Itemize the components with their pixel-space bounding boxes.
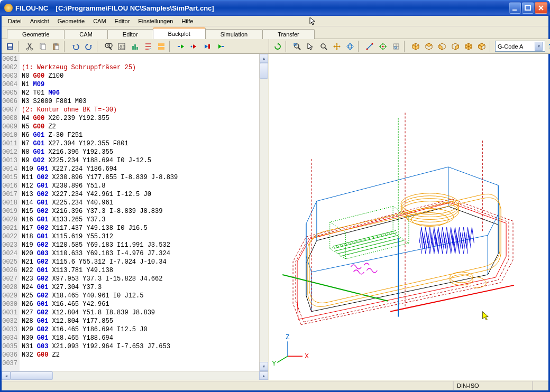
grid-button[interactable]: G: [390, 41, 402, 52]
code-pane: 0001 0002 0003 0004 0005 0006 0007 0008 …: [2, 54, 269, 380]
view-iso-button[interactable]: [409, 41, 421, 52]
view-front-button[interactable]: [436, 41, 448, 52]
scroll-thumb[interactable]: [260, 63, 268, 79]
titlebar[interactable]: FILOU-NC [C:\Programme\FILOU NC\Samples\…: [0, 0, 550, 16]
svg-point-29: [347, 45, 353, 48]
svg-rect-21: [158, 47, 164, 50]
undo-button[interactable]: [69, 41, 81, 52]
minimize-button[interactable]: [509, 2, 521, 14]
svg-text:X: X: [305, 352, 309, 360]
svg-point-32: [366, 48, 368, 50]
menu-cam[interactable]: CAM: [89, 17, 110, 25]
run-end-button[interactable]: [214, 41, 226, 52]
copy-button[interactable]: [36, 41, 49, 52]
tab-geometrie[interactable]: Geometrie: [7, 29, 65, 39]
paste-button[interactable]: [50, 41, 62, 52]
hscroll-thumb[interactable]: [11, 371, 53, 380]
svg-rect-23: [208, 44, 210, 49]
backplot-viewport[interactable]: X Y Z: [269, 54, 548, 380]
menu-einstellungen[interactable]: Einstellungen: [134, 17, 177, 25]
svg-text:Y: Y: [272, 360, 276, 367]
svg-point-5: [26, 48, 29, 50]
svg-point-35: [382, 45, 383, 47]
svg-line-52: [338, 238, 401, 254]
zoom-extents-button[interactable]: [291, 41, 303, 52]
window-title: FILOU-NC [C:\Programme\FILOU NC\Samples\…: [15, 4, 214, 12]
backplot-canvas[interactable]: X Y Z: [269, 54, 548, 380]
redo-button[interactable]: [82, 41, 95, 52]
svg-rect-3: [8, 44, 12, 46]
svg-rect-1: [525, 5, 530, 10]
origin-button[interactable]: [377, 41, 389, 52]
tab-editor[interactable]: Editor: [107, 29, 153, 39]
gcode-combo[interactable]: G-Code A ▾: [495, 41, 545, 52]
tab-simulation[interactable]: Simulation: [205, 29, 263, 39]
svg-rect-4: [8, 48, 12, 49]
vertical-scrollbar[interactable]: ▴ ▾: [259, 54, 268, 371]
menubar: Datei Ansicht Geometrie CAM Editor Einst…: [2, 16, 548, 26]
save-button[interactable]: [4, 41, 16, 52]
backplot-toolbar: G G-Code A ▾ ?F1: [269, 39, 550, 54]
editor-toolbar: ab: [2, 39, 269, 54]
scroll-left-button[interactable]: ◂: [2, 371, 11, 380]
rotate-button[interactable]: [344, 41, 356, 52]
svg-text:ab: ab: [120, 44, 126, 50]
maximize-button[interactable]: [522, 2, 534, 14]
tab-backplot[interactable]: Backplot: [153, 27, 206, 39]
find-button[interactable]: [102, 41, 114, 52]
close-button[interactable]: [535, 2, 547, 14]
menu-geometrie[interactable]: Geometrie: [53, 17, 89, 25]
svg-rect-11: [55, 45, 59, 50]
chevron-down-icon: ▾: [535, 42, 543, 51]
view-top-button[interactable]: [423, 41, 435, 52]
menu-ansicht[interactable]: Ansicht: [26, 17, 53, 25]
scroll-down-button[interactable]: ▾: [260, 362, 268, 371]
svg-point-30: [349, 43, 352, 50]
code-editor[interactable]: (1: Werkzeug Schruppfräser 25) N0 G00 Z1…: [20, 54, 259, 371]
svg-point-57: [401, 199, 459, 220]
measure-button[interactable]: [363, 41, 375, 52]
gcode-combo-value: G-Code A: [498, 43, 523, 50]
view-left-button[interactable]: [462, 41, 474, 52]
tab-transfer[interactable]: Transfer: [262, 29, 315, 39]
status-postprocessor: DIN-ISO: [453, 381, 533, 390]
zoom-window-button[interactable]: [317, 41, 329, 52]
svg-point-14: [108, 43, 112, 48]
svg-line-28: [325, 48, 327, 50]
svg-line-64: [390, 285, 514, 312]
goto-button[interactable]: [129, 41, 141, 52]
run-step-button[interactable]: [188, 41, 200, 52]
scroll-right-button[interactable]: ▸: [259, 371, 268, 380]
svg-point-33: [371, 43, 373, 44]
pan-button[interactable]: [331, 41, 343, 52]
format-button[interactable]: [155, 41, 167, 52]
horizontal-scrollbar[interactable]: ◂ ▸: [2, 371, 268, 380]
svg-rect-0: [512, 10, 517, 11]
svg-line-68: [277, 356, 288, 362]
scroll-up-button[interactable]: ▴: [260, 54, 268, 63]
tab-cam[interactable]: CAM: [64, 29, 107, 39]
run-stop-button[interactable]: [201, 41, 213, 52]
run-start-button[interactable]: [175, 41, 187, 52]
svg-rect-18: [134, 44, 136, 50]
menu-datei[interactable]: Datei: [4, 17, 26, 25]
svg-point-22: [190, 45, 192, 47]
menu-editor[interactable]: Editor: [111, 17, 134, 25]
refresh-button[interactable]: [271, 41, 283, 52]
svg-point-27: [321, 44, 325, 48]
view-back-button[interactable]: [475, 41, 488, 52]
help-button[interactable]: ?F1: [546, 41, 550, 52]
cut-button[interactable]: [23, 41, 35, 52]
svg-point-6: [31, 48, 33, 50]
replace-button[interactable]: ab: [115, 41, 127, 52]
line-gutter: 0001 0002 0003 0004 0005 0006 0007 0008 …: [2, 54, 20, 371]
app-window: FILOU-NC [C:\Programme\FILOU NC\Samples\…: [0, 0, 550, 392]
svg-rect-17: [132, 46, 134, 50]
menu-hilfe[interactable]: Hilfe: [177, 17, 197, 25]
svg-line-54: [334, 232, 397, 248]
svg-point-24: [295, 44, 299, 48]
view-right-button[interactable]: [449, 41, 461, 52]
svg-line-25: [298, 48, 300, 50]
renumber-button[interactable]: [142, 41, 154, 52]
select-button[interactable]: [304, 41, 316, 52]
